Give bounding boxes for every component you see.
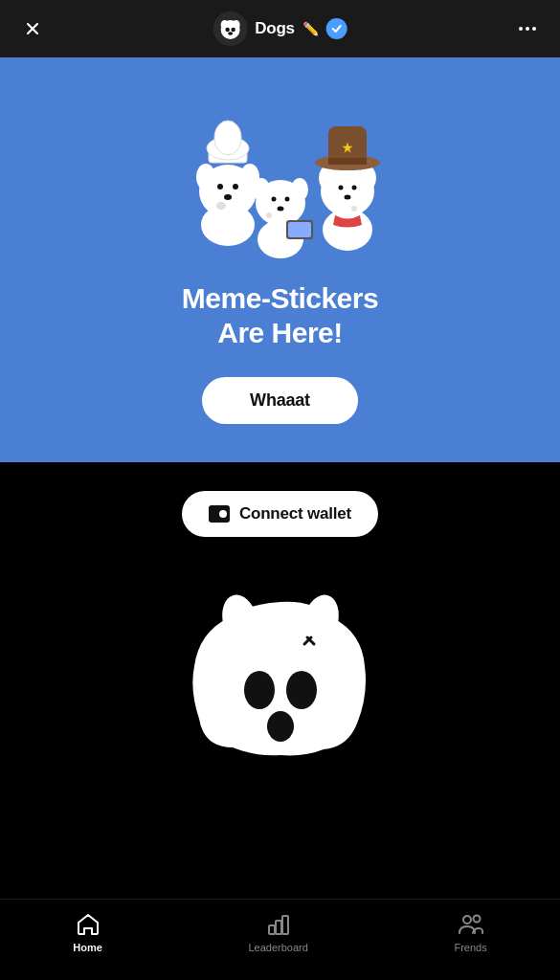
- svg-rect-47: [276, 921, 281, 934]
- svg-point-25: [277, 207, 283, 212]
- svg-point-21: [253, 178, 270, 201]
- svg-point-49: [463, 916, 471, 924]
- svg-point-24: [284, 197, 289, 202]
- hero-section: Meme-Stickers Are Here! Whaaat: [0, 57, 560, 462]
- svg-rect-27: [288, 222, 311, 237]
- svg-rect-46: [269, 925, 275, 934]
- svg-point-37: [338, 186, 343, 190]
- edit-icon: ✏️: [302, 21, 319, 36]
- frends-icon: [458, 911, 484, 938]
- svg-point-28: [266, 212, 272, 218]
- bottom-nav: Home Leaderboard Frends: [0, 899, 560, 980]
- verified-badge: [326, 18, 347, 39]
- svg-point-40: [351, 206, 357, 212]
- nav-right: [512, 13, 543, 44]
- svg-point-5: [225, 28, 229, 32]
- svg-point-23: [271, 197, 276, 202]
- channel-title: Dogs: [255, 19, 295, 38]
- svg-rect-35: [328, 158, 367, 165]
- svg-point-43: [244, 671, 275, 709]
- hero-illustration: [175, 86, 386, 258]
- svg-point-50: [473, 916, 480, 923]
- svg-point-17: [224, 194, 232, 200]
- more-button[interactable]: [512, 13, 543, 44]
- svg-point-45: [267, 711, 294, 742]
- svg-point-15: [217, 184, 223, 189]
- svg-point-38: [351, 186, 356, 190]
- leaderboard-icon: [265, 911, 292, 938]
- nav-center: Dogs ✏️: [213, 11, 347, 46]
- connect-wallet-button[interactable]: Connect wallet: [182, 491, 378, 537]
- ghost-dog-illustration: [166, 566, 395, 795]
- svg-rect-48: [282, 916, 288, 934]
- svg-point-7: [228, 32, 233, 35]
- nav-item-leaderboard[interactable]: Leaderboard: [229, 911, 326, 953]
- nav-item-frends[interactable]: Frends: [435, 911, 505, 953]
- home-icon: [75, 911, 101, 938]
- svg-point-18: [216, 202, 226, 210]
- channel-logo: [213, 11, 247, 46]
- wallet-icon: [209, 505, 230, 523]
- svg-point-39: [344, 195, 350, 200]
- close-button[interactable]: [17, 13, 48, 44]
- connect-wallet-label: Connect wallet: [239, 504, 351, 523]
- frends-label: Frends: [454, 942, 486, 953]
- svg-point-10: [196, 164, 215, 190]
- whaaat-button[interactable]: Whaaat: [202, 377, 358, 424]
- svg-point-16: [233, 184, 238, 189]
- leaderboard-label: Leaderboard: [248, 942, 307, 953]
- nav-item-home[interactable]: Home: [54, 911, 122, 953]
- svg-point-22: [291, 178, 308, 201]
- svg-point-44: [286, 671, 317, 709]
- home-label: Home: [73, 942, 102, 953]
- svg-point-14: [214, 121, 241, 155]
- svg-point-6: [231, 28, 235, 32]
- hero-title: Meme-Stickers Are Here!: [182, 281, 378, 350]
- nav-left: [17, 13, 48, 44]
- nav-bar: Dogs ✏️: [0, 0, 560, 57]
- main-content: Connect wallet: [0, 462, 560, 899]
